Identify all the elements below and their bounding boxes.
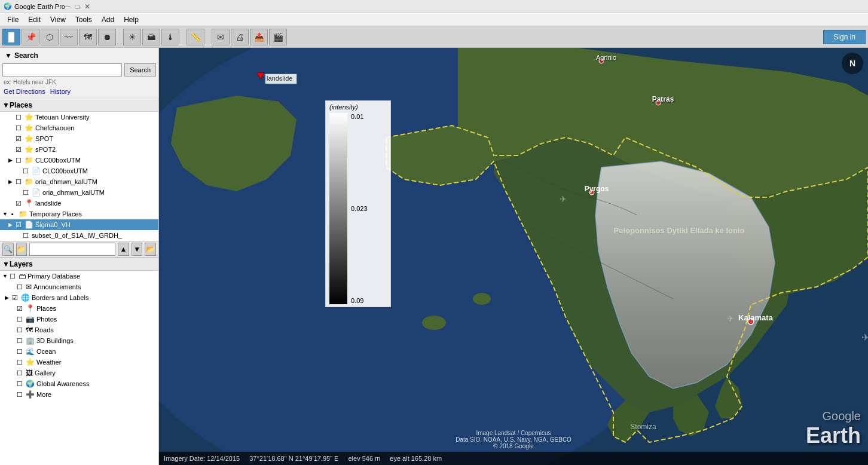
layer-weather[interactable]: ⭐ Weather	[0, 357, 158, 368]
checkbox-buildings[interactable]	[16, 336, 24, 345]
places-export-btn[interactable]: 📂	[145, 243, 156, 256]
checkbox-tetouan[interactable]	[14, 113, 23, 121]
menu-edit[interactable]: Edit	[23, 14, 45, 25]
toolbar-heatmap-btn[interactable]: 🌡	[161, 29, 179, 45]
places-header[interactable]: ▼ Places	[0, 99, 158, 112]
checkbox-gallery[interactable]	[16, 369, 24, 377]
checkbox-spot[interactable]	[14, 134, 23, 143]
menu-help[interactable]: Help	[119, 14, 143, 25]
layer-borders[interactable]: ▶ 🌐 Borders and Labels	[0, 292, 158, 303]
toolbar-polygon-btn[interactable]: ⬡	[41, 29, 59, 45]
checkbox-oria1[interactable]	[14, 178, 23, 186]
checkbox-weather[interactable]	[16, 358, 24, 366]
places-item-chefchaouen[interactable]: ⭐ Chefchaouen	[0, 123, 158, 133]
search-header[interactable]: ▼ Search	[2, 50, 156, 61]
map-area[interactable]: Agrinio Patras Chalcis Corinth Megara Py…	[159, 48, 868, 465]
toolbar-measure-btn[interactable]: 📏	[187, 29, 204, 45]
places-item-clc00box2[interactable]: 📄 CLC00boxUTM	[0, 166, 158, 176]
toolbar-sun-btn[interactable]: ☀	[123, 29, 141, 45]
places-item-sigma0[interactable]: ▶ 📄 Sigma0_VH	[0, 219, 158, 230]
checkbox-announcements[interactable]	[16, 283, 24, 291]
places-item-subset[interactable]: subset_0_of_S1A_IW_GRDH_	[0, 230, 158, 241]
toolbar-placemark-btn[interactable]: 📌	[22, 29, 39, 45]
menu-add[interactable]: Add	[97, 14, 119, 25]
checkbox-subset[interactable]	[22, 231, 30, 240]
layer-places[interactable]: 📍 Places	[0, 303, 158, 314]
checkbox-chefchaouen[interactable]	[14, 124, 23, 132]
toolbar-sidebar-btn[interactable]: ▐▌	[2, 29, 20, 45]
layer-3dbuildings[interactable]: 🏢 3D Buildings	[0, 335, 158, 346]
checkbox-places-layer[interactable]	[16, 304, 24, 313]
layers-header[interactable]: ▼ Layers	[0, 258, 158, 271]
places-zoom-btn[interactable]: 🔍	[2, 243, 14, 256]
toolbar-email-btn[interactable]: ✉	[212, 29, 230, 45]
places-item-spot2[interactable]: ⭐ sPOT2	[0, 144, 158, 155]
checkbox-borders[interactable]	[11, 293, 19, 302]
history-link[interactable]: History	[50, 88, 71, 95]
toolbar-movie-btn[interactable]: 🎬	[269, 29, 287, 45]
toolbar-photo-btn[interactable]: 🏔	[142, 29, 160, 45]
checkbox-spot2[interactable]	[14, 145, 23, 154]
signin-button[interactable]: Sign in	[823, 30, 866, 44]
checkbox-primary[interactable]	[8, 272, 17, 280]
toolbar-overlay-btn[interactable]: 🗺	[79, 29, 97, 45]
places-item-oria1[interactable]: ▶ 📁 oria_dhmwn_kalUTM	[0, 176, 158, 187]
checkbox-global[interactable]	[16, 380, 24, 388]
expand-icon[interactable]: ▶	[8, 157, 14, 163]
menu-view[interactable]: View	[45, 14, 71, 25]
checkbox-sigma0[interactable]	[14, 221, 23, 229]
layer-primary-db[interactable]: ▼ 🗃 Primary Database	[0, 271, 158, 282]
minimize-button[interactable]: ─	[65, 2, 71, 11]
places-item-spot[interactable]: ⭐ SPOT	[0, 133, 158, 144]
expand-icon[interactable]: ▶	[8, 179, 14, 185]
toolbar-print-btn[interactable]: 🖨	[231, 29, 249, 45]
checkbox-clc00box[interactable]	[14, 156, 23, 164]
close-button[interactable]: ✕	[84, 2, 90, 11]
layer-gallery[interactable]: 🖼 Gallery	[0, 368, 158, 378]
layer-roads[interactable]: 🗺 Roads	[0, 325, 158, 335]
get-directions-link[interactable]: Get Directions	[4, 88, 45, 95]
scale-mid: 0.023	[351, 205, 368, 212]
places-down-btn[interactable]: ▼	[132, 243, 143, 256]
layer-more[interactable]: ➕ More	[0, 389, 158, 400]
search-button[interactable]: Search	[124, 63, 156, 77]
svg-text:Patras: Patras	[652, 95, 674, 103]
places-item-oria2[interactable]: 📄 oria_dhmwn_kalUTM	[0, 187, 158, 198]
checkbox-roads[interactable]	[16, 326, 24, 334]
road-icon: 🗺	[26, 326, 33, 334]
item-label: subset_0_of_S1A_IW_GRDH_	[32, 232, 122, 239]
expand-icon[interactable]: ▶	[5, 295, 11, 301]
expand-icon[interactable]: ▼	[2, 273, 8, 279]
checkbox-ocean[interactable]	[16, 347, 24, 356]
checkbox-oria2[interactable]	[22, 188, 30, 197]
expand-icon[interactable]: ▼	[2, 211, 8, 217]
places-search-input[interactable]	[29, 243, 115, 256]
expand-icon[interactable]: ▶	[8, 222, 14, 228]
layer-photos[interactable]: 📷 Photos	[0, 314, 158, 325]
layer-announcements[interactable]: ✉ Announcements	[0, 282, 158, 292]
layer-global[interactable]: 🌍 Global Awareness	[0, 378, 158, 389]
search-input[interactable]	[2, 63, 122, 77]
building-icon: 🏢	[26, 336, 35, 345]
menu-file[interactable]: File	[2, 14, 23, 25]
layer-ocean[interactable]: 🌊 Ocean	[0, 346, 158, 357]
checkbox-landslide[interactable]	[14, 199, 23, 207]
places-folder-btn[interactable]: 📁	[16, 243, 27, 256]
menu-tools[interactable]: Tools	[71, 14, 97, 25]
places-item-tetouan[interactable]: ⭐ Tetouan University	[0, 112, 158, 123]
places-item-clc00box[interactable]: ▶ 📁 CLC00boxUTM	[0, 155, 158, 166]
checkbox-clc00box2[interactable]	[22, 167, 30, 175]
star-icon: ⭐	[25, 145, 33, 154]
item-label: Places	[36, 305, 56, 312]
toolbar-record-btn[interactable]: ⏺	[98, 29, 116, 45]
eye-altitude: eye alt 165.28 km	[390, 455, 442, 462]
places-up-btn[interactable]: ▲	[118, 243, 129, 256]
places-item-temp[interactable]: ▼ 📁 Temporary Places	[0, 209, 158, 219]
checkbox-more[interactable]	[16, 390, 24, 399]
checkbox-temp[interactable]	[8, 210, 17, 218]
toolbar-path-btn[interactable]: 〰	[60, 29, 78, 45]
toolbar-share-btn[interactable]: 📤	[250, 29, 268, 45]
maximize-button[interactable]: □	[75, 2, 80, 11]
checkbox-photos[interactable]	[16, 315, 24, 323]
places-item-landslide[interactable]: 📍 landslide	[0, 198, 158, 209]
